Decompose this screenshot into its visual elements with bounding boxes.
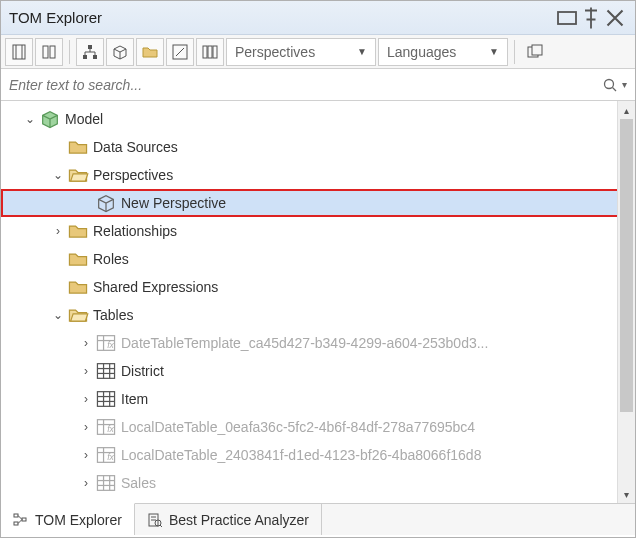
scroll-down-icon[interactable]: ▾ bbox=[618, 485, 635, 503]
title-bar: TOM Explorer bbox=[1, 1, 635, 35]
tree-node-table[interactable]: › Sales bbox=[1, 469, 635, 497]
svg-rect-44 bbox=[14, 514, 18, 517]
svg-rect-12 bbox=[213, 46, 217, 58]
svg-rect-39 bbox=[97, 476, 114, 491]
expander-icon[interactable]: › bbox=[77, 336, 95, 350]
tree-node-perspectives[interactable]: ⌄ Perspectives bbox=[1, 161, 635, 189]
bottom-tabs: TOM Explorer Best Practice Analyzer bbox=[1, 503, 635, 535]
tree-node-table[interactable]: › fx LocalDateTable_0eafa36c-5fc2-4b6f-8… bbox=[1, 413, 635, 441]
expander-icon[interactable]: › bbox=[77, 476, 95, 490]
hierarchy-icon[interactable] bbox=[76, 38, 104, 66]
expander-icon[interactable]: › bbox=[77, 420, 95, 434]
perspectives-dropdown-label: Perspectives bbox=[235, 44, 349, 60]
svg-rect-6 bbox=[88, 45, 92, 49]
folder-open-icon bbox=[67, 165, 89, 185]
svg-text:fx: fx bbox=[107, 340, 114, 350]
tree-node-model[interactable]: ⌄ Model bbox=[1, 105, 635, 133]
window-dropdown-icon[interactable] bbox=[555, 6, 579, 30]
vertical-scrollbar[interactable]: ▴ ▾ bbox=[617, 101, 635, 503]
tab-best-practice[interactable]: Best Practice Analyzer bbox=[135, 504, 322, 535]
tree-node-tables[interactable]: ⌄ Tables bbox=[1, 301, 635, 329]
folder-icon bbox=[67, 221, 89, 241]
toolbar-overflow-icon[interactable] bbox=[521, 38, 549, 66]
search-options-icon[interactable]: ▾ bbox=[622, 79, 627, 90]
svg-rect-0 bbox=[558, 12, 576, 24]
tree-node-table[interactable]: › Item bbox=[1, 385, 635, 413]
expander-icon[interactable]: › bbox=[77, 392, 95, 406]
svg-line-16 bbox=[613, 87, 617, 91]
svg-line-51 bbox=[160, 525, 162, 527]
table-icon bbox=[95, 389, 117, 409]
svg-rect-45 bbox=[14, 522, 18, 525]
folder-icon bbox=[67, 137, 89, 157]
toolbar-btn-1[interactable] bbox=[5, 38, 33, 66]
expander-icon[interactable]: ⌄ bbox=[21, 112, 39, 126]
svg-rect-7 bbox=[83, 55, 87, 59]
svg-rect-4 bbox=[43, 46, 48, 58]
svg-rect-26 bbox=[97, 392, 114, 407]
expander-icon[interactable]: ⌄ bbox=[49, 308, 67, 322]
svg-rect-46 bbox=[22, 518, 26, 521]
tree-label: LocalDateTable_0eafa36c-5fc2-4b6f-84df-2… bbox=[121, 419, 475, 435]
analyzer-icon bbox=[147, 512, 163, 528]
folder-open-icon bbox=[67, 305, 89, 325]
tree-label: District bbox=[121, 363, 164, 379]
folder-icon[interactable] bbox=[136, 38, 164, 66]
columns-icon[interactable] bbox=[196, 38, 224, 66]
scroll-up-icon[interactable]: ▴ bbox=[618, 101, 635, 119]
tree-label: Relationships bbox=[93, 223, 177, 239]
languages-dropdown-label: Languages bbox=[387, 44, 481, 60]
chevron-down-icon: ▼ bbox=[489, 46, 499, 57]
tree-label: LocalDateTable_2403841f-d1ed-4123-bf26-4… bbox=[121, 447, 481, 463]
tree-node-shared-expressions[interactable]: Shared Expressions bbox=[1, 273, 635, 301]
tree-label: Tables bbox=[93, 307, 133, 323]
expander-icon[interactable]: › bbox=[77, 364, 95, 378]
perspective-icon bbox=[95, 193, 117, 213]
scroll-track[interactable] bbox=[618, 119, 635, 485]
tree-label: Shared Expressions bbox=[93, 279, 218, 295]
close-icon[interactable] bbox=[603, 6, 627, 30]
svg-text:fx: fx bbox=[107, 452, 114, 462]
tab-tom-explorer[interactable]: TOM Explorer bbox=[1, 503, 135, 535]
tree-node-relationships[interactable]: › Relationships bbox=[1, 217, 635, 245]
search-input[interactable] bbox=[9, 77, 602, 93]
window-title: TOM Explorer bbox=[9, 9, 555, 26]
search-bar: ▾ bbox=[1, 69, 635, 101]
expander-icon[interactable]: › bbox=[49, 224, 67, 238]
svg-rect-8 bbox=[93, 55, 97, 59]
svg-text:fx: fx bbox=[107, 424, 114, 434]
tree-node-new-perspective[interactable]: New Perspective bbox=[1, 189, 635, 217]
tree-node-table[interactable]: › fx DateTableTemplate_ca45d427-b349-429… bbox=[1, 329, 635, 357]
scroll-thumb[interactable] bbox=[620, 119, 633, 412]
toolbar: Perspectives ▼ Languages ▼ bbox=[1, 35, 635, 69]
calc-table-icon: fx bbox=[95, 333, 117, 353]
cube-icon[interactable] bbox=[106, 38, 134, 66]
table-icon bbox=[95, 361, 117, 381]
tree-label: Perspectives bbox=[93, 167, 173, 183]
search-icon[interactable] bbox=[602, 77, 618, 93]
tree-label: Item bbox=[121, 391, 148, 407]
tree-label: Roles bbox=[93, 251, 129, 267]
expander-icon[interactable]: › bbox=[77, 448, 95, 462]
svg-point-15 bbox=[605, 79, 614, 88]
tree-view: ⌄ Model Data Sources ⌄ Perspectives New … bbox=[1, 101, 635, 503]
folder-icon bbox=[67, 277, 89, 297]
svg-rect-11 bbox=[208, 46, 212, 58]
expander-icon[interactable]: ⌄ bbox=[49, 168, 67, 182]
toolbar-btn-2[interactable] bbox=[35, 38, 63, 66]
tab-label: Best Practice Analyzer bbox=[169, 512, 309, 528]
pin-icon[interactable] bbox=[579, 6, 603, 30]
tree-node-table[interactable]: › fx LocalDateTable_2403841f-d1ed-4123-b… bbox=[1, 441, 635, 469]
tree-node-table[interactable]: › District bbox=[1, 357, 635, 385]
calc-table-icon: fx bbox=[95, 417, 117, 437]
perspectives-dropdown[interactable]: Perspectives ▼ bbox=[226, 38, 376, 66]
tree-label: DateTableTemplate_ca45d427-b349-4299-a60… bbox=[121, 335, 488, 351]
measure-icon[interactable] bbox=[166, 38, 194, 66]
tree-node-data-sources[interactable]: Data Sources bbox=[1, 133, 635, 161]
languages-dropdown[interactable]: Languages ▼ bbox=[378, 38, 508, 66]
tree-node-roles[interactable]: Roles bbox=[1, 245, 635, 273]
tab-label: TOM Explorer bbox=[35, 512, 122, 528]
tree-label: Model bbox=[65, 111, 103, 127]
tree-icon bbox=[13, 512, 29, 528]
chevron-down-icon: ▼ bbox=[357, 46, 367, 57]
